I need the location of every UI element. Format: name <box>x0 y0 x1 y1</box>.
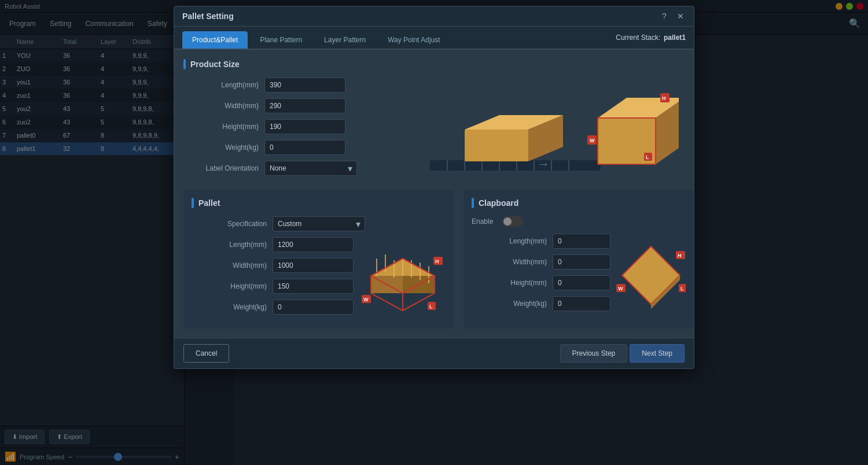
product-size-row: Length(mm) Width(mm) Height(mm) Wei <box>183 78 685 182</box>
dialog-overlay: Pallet Setting ? ✕ Product&Pallet Plane … <box>0 0 868 465</box>
cancel-button[interactable]: Cancel <box>183 344 229 363</box>
svg-text:L: L <box>429 304 433 309</box>
pallet-width-input[interactable] <box>273 258 354 273</box>
clapboard-svg: H W L <box>616 241 686 310</box>
clap-weight-input[interactable] <box>553 296 610 311</box>
product-size-title: Product Size <box>190 60 240 69</box>
pallet-section: Pallet Specification Custom Standard EU … <box>183 190 454 329</box>
clapboard-form-viz: Length(mm) Width(mm) Height(mm) <box>472 234 686 317</box>
product-size-form: Length(mm) Width(mm) Height(mm) Wei <box>183 78 407 182</box>
svg-text:H: H <box>678 253 682 259</box>
clap-length-row: Length(mm) <box>472 234 610 249</box>
svg-text:→: → <box>537 157 550 171</box>
height-label: Height(mm) <box>183 123 259 131</box>
pallet-svg: H W L <box>359 244 446 313</box>
main-layout: Name Total Layer Distrib. 1 YOU 36 4 9,9… <box>0 35 868 465</box>
width-input[interactable] <box>264 98 345 113</box>
section-bar-product <box>183 59 186 69</box>
pallet-weight-row: Weight(kg) <box>192 300 354 315</box>
tab-layer-pattern[interactable]: Layer Pattern <box>314 31 376 49</box>
form-row-label-orient: Label Orientation None Front Back Left R… <box>183 161 407 176</box>
svg-text:H: H <box>435 259 439 264</box>
pallet-spec-label: Specification <box>192 220 267 228</box>
dialog-title-bar: Pallet Setting ? ✕ <box>174 6 694 27</box>
form-row-height: Height(mm) <box>183 119 407 134</box>
dialog-title: Pallet Setting <box>182 12 234 21</box>
product-illustration: → <box>424 80 679 179</box>
form-row-width: Width(mm) <box>183 98 407 113</box>
label-orient-select[interactable]: None Front Back Left Right <box>264 161 357 176</box>
dialog-close-icon[interactable]: ✕ <box>675 11 686 21</box>
pallet-length-label: Length(mm) <box>192 241 267 249</box>
clap-weight-row: Weight(kg) <box>472 296 610 311</box>
previous-step-button[interactable]: Previous Step <box>560 344 628 363</box>
width-label: Width(mm) <box>183 102 259 110</box>
clapboard-illustration-wrap: H W L <box>616 234 686 317</box>
dialog-content: Product Size Length(mm) Width(mm) <box>174 50 694 338</box>
pallet-height-label: Height(mm) <box>192 282 267 290</box>
clap-weight-label: Weight(kg) <box>472 300 547 308</box>
form-row-weight: Weight(kg) <box>183 140 407 155</box>
dialog-tabs: Product&Pallet Plane Pattern Layer Patte… <box>182 27 616 49</box>
pallet-section-title: Pallet <box>198 198 220 208</box>
clap-width-row: Width(mm) <box>472 254 610 270</box>
tab-plane-pattern[interactable]: Plane Pattern <box>250 31 312 49</box>
enable-row: Enable <box>472 216 686 227</box>
label-orient-label: Label Orientation <box>183 164 259 172</box>
length-input[interactable] <box>264 78 345 93</box>
toggle-knob <box>503 217 512 226</box>
pallet-illustration-wrap: H W L <box>359 237 446 320</box>
clap-width-input[interactable] <box>553 254 610 270</box>
clap-height-row: Height(mm) <box>472 275 610 290</box>
length-label: Length(mm) <box>183 81 259 89</box>
pallet-length-input[interactable] <box>273 237 354 252</box>
svg-rect-1 <box>430 160 601 171</box>
svg-text:L: L <box>681 286 684 291</box>
dialog-help-icon[interactable]: ? <box>659 11 670 21</box>
clapboard-section: Clapboard Enable Length(mm) <box>464 190 694 329</box>
next-step-button[interactable]: Next Step <box>630 344 685 363</box>
weight-label: Weight(kg) <box>183 143 259 152</box>
clapboard-section-header: Clapboard <box>472 198 686 208</box>
pallet-spec-select-wrap[interactable]: Custom Standard EU Standard US <box>273 216 365 231</box>
product-size-header: Product Size <box>183 59 685 69</box>
section-bar-pallet <box>192 198 194 208</box>
svg-rect-10 <box>465 130 528 161</box>
pallet-height-input[interactable] <box>273 279 354 294</box>
tab-way-point-adjust[interactable]: Way Point Adjust <box>378 31 450 49</box>
dialog-title-icons: ? ✕ <box>659 11 686 21</box>
pallet-length-row: Length(mm) <box>192 237 354 252</box>
height-input[interactable] <box>264 119 345 134</box>
svg-line-36 <box>371 293 403 311</box>
enable-toggle[interactable] <box>502 216 523 227</box>
clap-width-label: Width(mm) <box>472 258 547 266</box>
pallet-form-fields: Length(mm) Width(mm) Height(mm) <box>192 237 354 320</box>
clap-length-label: Length(mm) <box>472 237 547 245</box>
dialog-tab-bar: Product&Pallet Plane Pattern Layer Patte… <box>174 27 694 50</box>
pallet-spec-row: Specification Custom Standard EU Standar… <box>192 216 446 231</box>
pallet-weight-label: Weight(kg) <box>192 303 267 311</box>
current-stack-value: pallet1 <box>664 34 686 42</box>
label-orient-select-wrap[interactable]: None Front Back Left Right <box>264 161 357 176</box>
clapboard-section-title: Clapboard <box>479 198 518 208</box>
svg-text:W: W <box>590 138 595 143</box>
pallet-spec-select[interactable]: Custom Standard EU Standard US <box>273 216 365 231</box>
clap-height-label: Height(mm) <box>472 279 547 287</box>
pallet-form-viz: Length(mm) Width(mm) Height(mm) <box>192 237 446 320</box>
tab-product-pallet[interactable]: Product&Pallet <box>182 31 248 49</box>
weight-input[interactable] <box>264 140 345 155</box>
clap-height-input[interactable] <box>553 275 610 290</box>
svg-text:W: W <box>363 297 369 302</box>
dialog-footer: Cancel Previous Step Next Step <box>174 338 694 368</box>
pallet-width-label: Width(mm) <box>192 261 267 270</box>
pallet-weight-input[interactable] <box>273 300 354 315</box>
clap-length-input[interactable] <box>553 234 610 249</box>
pallet-height-row: Height(mm) <box>192 279 354 294</box>
svg-text:H: H <box>662 95 666 101</box>
pallet-setting-dialog: Pallet Setting ? ✕ Product&Pallet Plane … <box>174 6 694 369</box>
svg-marker-46 <box>622 246 680 304</box>
clapboard-form-fields: Length(mm) Width(mm) Height(mm) <box>472 234 610 317</box>
pallet-section-header: Pallet <box>192 198 446 208</box>
current-stack-info: Current Stack: pallet1 <box>616 34 686 42</box>
product-size-image: → <box>418 78 685 182</box>
